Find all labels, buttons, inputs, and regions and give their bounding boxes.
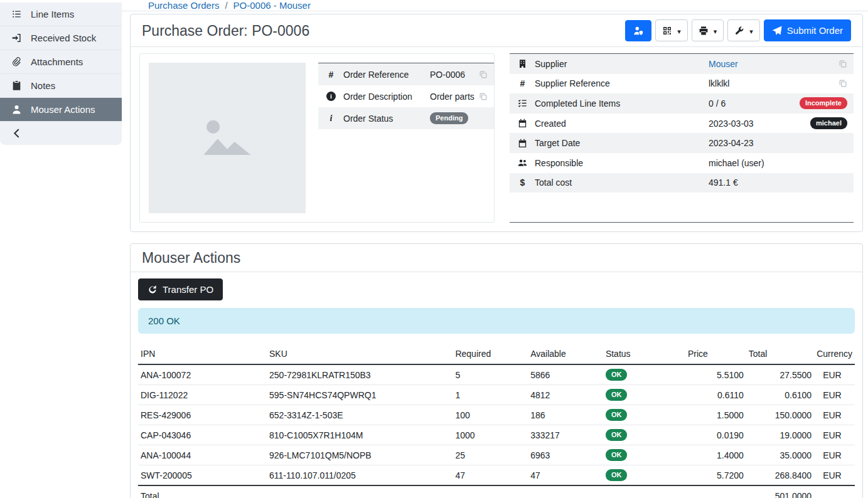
detail-label: Responsible (535, 158, 709, 168)
clipboard-icon (11, 80, 22, 91)
table-row: CAP-043046 810-C1005X7R1H104M 1000 33321… (138, 425, 855, 445)
sidebar-item-received-stock[interactable]: Received Stock (0, 26, 122, 50)
wrench-icon (734, 26, 744, 36)
user-icon (11, 104, 22, 115)
sidebar-item-attachments[interactable]: Attachments (0, 50, 122, 74)
submit-order-button[interactable]: Submit Order (764, 19, 851, 41)
detail-row-target-date: Target Date 2023-04-23 (510, 133, 854, 153)
sidebar-item-notes[interactable]: Notes (0, 74, 122, 98)
sidebar-item-label: Received Stock (31, 33, 96, 43)
cell-required: 5 (453, 364, 528, 385)
order-summary-panel: Order Reference PO-0006 Order Descriptio… (139, 53, 495, 223)
cell-total: 0.6100 (746, 385, 814, 405)
supplier-link[interactable]: Mouser (709, 59, 738, 69)
ok-badge: OK (606, 469, 628, 481)
supplier-details-table: Supplier Mouser Supplier Reference lklkl… (510, 53, 854, 223)
info-icon (326, 113, 336, 124)
cell-available: 6963 (528, 445, 603, 465)
column-header-available: Available (528, 344, 603, 364)
cell-status: OK (603, 364, 685, 385)
cell-ipn: ANA-100044 (138, 445, 267, 465)
qrcode-icon (662, 26, 672, 36)
cell-price: 0.6110 (685, 385, 746, 405)
copy-icon[interactable] (839, 60, 847, 68)
ok-badge: OK (606, 449, 628, 461)
list-icon (11, 9, 22, 19)
breadcrumb-current-order[interactable]: PO-0006 - Mouser (233, 0, 311, 11)
detail-label: Supplier (535, 59, 709, 69)
cell-price: 5.5100 (685, 364, 746, 385)
column-header-sku: SKU (267, 344, 453, 364)
cell-required: 25 (453, 445, 528, 465)
detail-label: Supplier Reference (535, 78, 709, 88)
table-row: ANA-100044 926-LMC7101QM5/NOPB 25 6963 O… (138, 445, 855, 465)
cell-required: 1000 (453, 425, 528, 445)
sidebar-item-label: Attachments (31, 56, 83, 67)
transfer-po-button[interactable]: Transfer PO (138, 278, 223, 300)
column-header-currency: Currency (814, 344, 855, 364)
cell-total: 35.0000 (746, 445, 814, 465)
print-actions-button[interactable] (692, 19, 724, 41)
incomplete-badge: Incomplete (800, 97, 847, 109)
detail-value: 2023-04-23 (709, 138, 847, 148)
status-alert: 200 OK (138, 308, 855, 334)
sidebar-item-mouser-actions[interactable]: Mouser Actions (0, 98, 122, 122)
copy-icon[interactable] (479, 92, 488, 101)
total-row: Total 501.0000 (138, 485, 855, 498)
mouser-actions-card: Mouser Actions Transfer PO 200 OK IPN SK… (130, 243, 863, 498)
cell-status: OK (603, 465, 685, 486)
paperclip-icon (11, 56, 22, 67)
sidebar-item-line-items[interactable]: Line Items (0, 3, 122, 26)
cell-currency: EUR (814, 405, 855, 425)
table-row: RES-429006 652-3314Z-1-503E 100 186 OK 1… (138, 405, 855, 425)
cell-price: 1.5000 (685, 405, 746, 425)
breadcrumb-purchase-orders[interactable]: Purchase Orders (148, 0, 219, 11)
dollar-icon (517, 177, 528, 188)
detail-row-order-status: Order Status Pending (318, 107, 494, 129)
detail-value: lklklkl (709, 78, 839, 88)
cell-sku: 652-3314Z-1-503E (267, 405, 453, 425)
copy-icon[interactable] (479, 70, 488, 79)
building-icon (518, 59, 527, 68)
cell-sku: 926-LMC7101QM5/NOPB (267, 445, 453, 465)
cell-sku: 250-72981KLRATR150B3 (267, 364, 453, 385)
cell-ipn: DIG-112022 (138, 385, 267, 405)
refresh-icon (147, 285, 158, 295)
barcode-actions-button[interactable] (655, 19, 688, 41)
cell-total: 268.8400 (746, 465, 814, 486)
page-title: Purchase Order: PO-0006 (142, 22, 309, 40)
table-row: SWT-200005 611-110.107.011/0205 47 47 OK… (138, 465, 855, 486)
column-header-price: Price (685, 344, 746, 364)
order-actions-button[interactable] (727, 19, 760, 41)
detail-row-order-description: Order Description Order parts (318, 85, 494, 107)
sidebar-collapse-button[interactable] (0, 122, 122, 145)
ok-badge: OK (606, 429, 628, 441)
info-circle-icon (326, 92, 336, 101)
cell-price: 0.0190 (685, 425, 746, 445)
calendar-icon (518, 119, 527, 128)
user-roles-button[interactable] (625, 20, 651, 41)
sign-in-icon (11, 33, 22, 43)
order-image-placeholder[interactable] (149, 63, 306, 213)
submit-order-label: Submit Order (787, 25, 843, 36)
cell-required: 100 (453, 405, 528, 425)
cell-price: 1.4000 (685, 445, 746, 465)
detail-value: PO-0006 (430, 70, 479, 80)
column-header-required: Required (453, 344, 528, 364)
user-shield-icon (633, 26, 643, 36)
detail-row-order-reference: Order Reference PO-0006 (318, 63, 494, 85)
status-badge: Pending (430, 112, 468, 124)
detail-value: 0 / 6 (709, 98, 800, 109)
user-badge: michael (810, 117, 847, 129)
mouser-actions-body: Transfer PO 200 OK IPN SKU Required Avai… (131, 272, 862, 498)
detail-label: Order Status (343, 114, 430, 124)
ok-badge: OK (606, 369, 628, 381)
detail-label: Completed Line Items (535, 98, 709, 109)
copy-icon[interactable] (839, 79, 847, 88)
cell-available: 333217 (528, 425, 603, 445)
total-label: Total (138, 485, 746, 498)
cell-ipn: SWT-200005 (138, 465, 267, 486)
sidebar-item-label: Notes (31, 80, 55, 91)
caret-down-icon (749, 25, 753, 36)
ok-badge: OK (606, 409, 628, 421)
